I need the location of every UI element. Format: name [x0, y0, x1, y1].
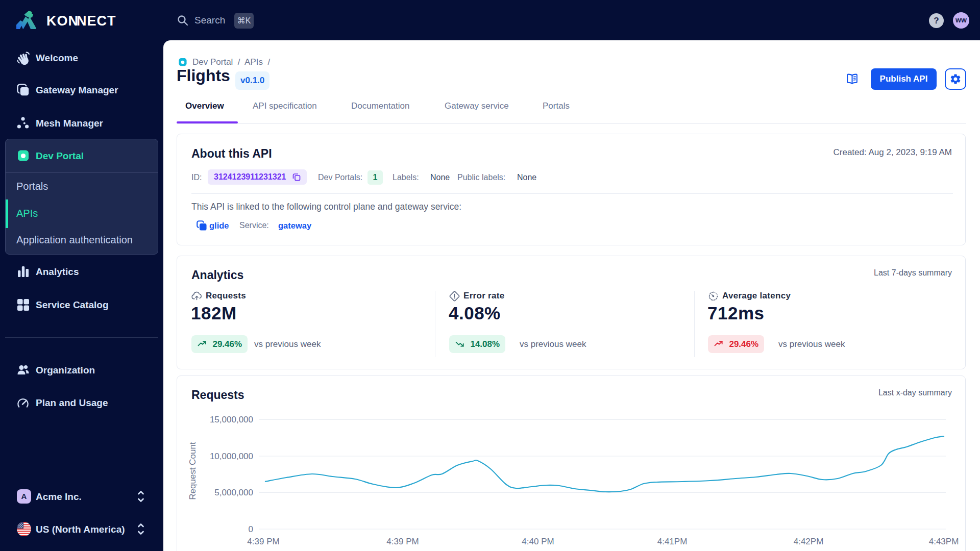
- svg-text:15,000,000: 15,000,000: [210, 415, 253, 424]
- svg-text:10,000,000: 10,000,000: [210, 452, 253, 461]
- svg-text:4:39 PM: 4:39 PM: [247, 537, 279, 546]
- svg-text:4:40 PM: 4:40 PM: [522, 537, 554, 546]
- svg-text:4:39 PM: 4:39 PM: [386, 537, 419, 546]
- svg-text:0: 0: [249, 524, 253, 534]
- svg-text:Request Count: Request Count: [188, 442, 198, 500]
- svg-text:4:42PM: 4:42PM: [794, 537, 824, 546]
- svg-text:5,000,000: 5,000,000: [214, 488, 253, 497]
- svg-text:4:41PM: 4:41PM: [657, 537, 688, 546]
- svg-text:4:43PM: 4:43PM: [929, 537, 959, 546]
